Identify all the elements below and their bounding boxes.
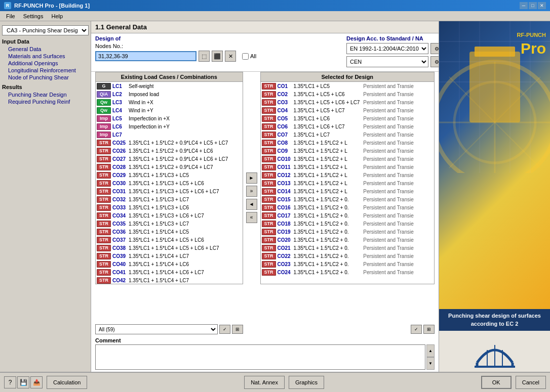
table-row[interactable]: STR CO22 1.35*LC1 + 1.5*LC2 + 0. Persist… [261, 252, 435, 260]
table-row[interactable]: STR CO21 1.35*LC1 + 1.5*LC2 + 0. Persist… [261, 244, 435, 252]
table-row[interactable]: STR CO31 1.35*LC1 + 1.5*LC3 + LC5 + LC6 … [96, 187, 243, 195]
ok-button[interactable]: OK [481, 376, 512, 389]
menu-file[interactable]: File [2, 12, 19, 20]
table-row[interactable]: STR CO9 1.35*LC1 + 1.5*LC2 + L Persisten… [261, 147, 435, 155]
menu-help[interactable]: Help [47, 12, 67, 20]
na-select[interactable]: CEN [346, 56, 428, 67]
table-row[interactable]: STR CO37 1.35*LC1 + 1.5*LC4 + LC5 + LC6 [96, 236, 243, 244]
sidebar-item-required-reinf[interactable]: Required Punching Reinf [0, 98, 91, 105]
nodes-edit-btn[interactable]: ⬛ [212, 51, 223, 62]
comment-scroll-up[interactable]: ▲ [426, 344, 435, 357]
table-row[interactable]: STR CO17 1.35*LC1 + 1.5*LC2 + 0. Persist… [261, 211, 435, 220]
sidebar-item-materials[interactable]: Materials and Surfaces [0, 53, 91, 60]
table-row[interactable]: STR CO28 1.35*LC1 + 1.5*LC2 + 0.9*LC4 + … [96, 163, 243, 171]
sidebar-item-general-data[interactable]: General Data [0, 46, 91, 53]
graphics-button[interactable]: Graphics [289, 376, 324, 389]
standard-select[interactable]: EN 1992-1-1:2004/AC:2010 [346, 43, 428, 54]
table-row[interactable]: Imp LC7 [96, 130, 243, 139]
all-checkbox[interactable] [242, 53, 249, 60]
table-row[interactable]: STR CO11 1.35*LC1 + 1.5*LC2 + L Persiste… [261, 163, 435, 171]
na-settings-btn[interactable]: ⚙ [430, 56, 439, 67]
cancel-button[interactable]: Cancel [516, 376, 546, 389]
table-row[interactable]: STR CO30 1.35*LC1 + 1.5*LC3 + LC5 + LC6 [96, 179, 243, 187]
table-row[interactable]: STR CO3 1.35*LC1 + LC5 + LC6 + LC7 Persi… [261, 98, 435, 106]
comment-scroll-down[interactable]: ▼ [426, 357, 435, 370]
table-row[interactable]: STR CO42 1.35*LC1 + 1.5*LC4 + LC7 [96, 276, 243, 284]
existing-lc-table[interactable]: G LC1 Self-weight QiA LC2 Imposed load Q… [95, 82, 243, 284]
table-row[interactable]: QiA LC2 Imposed load [96, 90, 243, 98]
table-row[interactable]: STR CO4 1.35*LC1 + LC5 + LC7 Persistent … [261, 106, 435, 114]
close-button[interactable]: ✕ [538, 2, 546, 9]
table-row[interactable]: STR CO24 1.35*LC1 + 1.5*LC2 + 0. Persist… [261, 268, 435, 276]
sel-grid-btn[interactable]: ⊞ [423, 325, 435, 334]
table-row[interactable]: STR CO26 1.35*LC1 + 1.5*LC2 + 0.9*LC4 + … [96, 147, 243, 155]
table-row[interactable]: STR CO34 1.35*LC1 + 1.5*LC3 + LC6 + LC7 [96, 211, 243, 220]
table-row[interactable]: STR CO14 1.35*LC1 + 1.5*LC2 + L Persiste… [261, 187, 435, 195]
table-row[interactable]: STR CO6 1.35*LC1 + LC6 + LC7 Persistent … [261, 122, 435, 130]
transfer-all-left-btn[interactable]: « [246, 212, 257, 223]
export-icon-btn[interactable]: 📤 [30, 376, 43, 388]
table-row[interactable]: STR CO15 1.35*LC1 + 1.5*LC2 + 0. Persist… [261, 195, 435, 203]
module-dropdown[interactable]: CA3 - Punching Shear Design [2, 25, 89, 35]
table-row[interactable]: STR CO25 1.35*LC1 + 1.5*LC2 + 0.9*LC4 + … [96, 139, 243, 147]
table-row[interactable]: STR CO32 1.35*LC1 + 1.5*LC3 + LC7 [96, 195, 243, 203]
nodes-input[interactable] [95, 51, 197, 61]
table-row[interactable]: Imp LC6 Imperfection in +Y [96, 122, 243, 130]
menu-settings[interactable]: Settings [19, 12, 48, 20]
table-row[interactable]: STR CO2 1.35*LC1 + LC5 + LC6 Persistent … [261, 90, 435, 98]
save-icon-btn[interactable]: 💾 [17, 376, 29, 388]
table-row[interactable]: STR CO7 1.35*LC1 + LC7 Persistent and Tr… [261, 130, 435, 139]
table-row[interactable]: STR CO33 1.35*LC1 + 1.5*LC3 + LC6 [96, 203, 243, 211]
nodes-select-btn[interactable]: ⬚ [199, 51, 210, 62]
table-row[interactable]: STR CO1 1.35*LC1 + LC5 Persistent and Tr… [261, 82, 435, 90]
filter-select[interactable]: All (59) [95, 324, 218, 334]
table-row[interactable]: STR CO16 1.35*LC1 + 1.5*LC2 + 0. Persist… [261, 203, 435, 211]
sidebar-item-punching-design[interactable]: Punching Shear Design [0, 91, 91, 98]
load-type: Persistent and Transie [363, 108, 433, 113]
table-row[interactable]: STR CO36 1.35*LC1 + 1.5*LC4 + LC5 [96, 228, 243, 236]
transfer-all-right-btn[interactable]: » [246, 186, 257, 197]
load-code: CO35 [112, 221, 129, 227]
load-code: CO8 [278, 140, 294, 146]
load-type: Persistent and Transie [363, 221, 433, 227]
table-row[interactable]: STR CO13 1.35*LC1 + 1.5*LC2 + L Persiste… [261, 179, 435, 187]
table-row[interactable]: STR CO39 1.35*LC1 + 1.5*LC4 + LC7 [96, 252, 243, 260]
sidebar-item-additional-openings[interactable]: Additional Openings [0, 60, 91, 67]
table-row[interactable]: Qw LC3 Wind in +X [96, 98, 243, 106]
table-row[interactable]: STR CO10 1.35*LC1 + 1.5*LC2 + L Persiste… [261, 155, 435, 163]
table-row[interactable]: Imp LC5 Imperfection in +X [96, 114, 243, 122]
sidebar-item-longitudinal[interactable]: Longitudinal Reinforcement [0, 67, 91, 74]
calculation-button[interactable]: Calculation [47, 376, 87, 389]
content-header: 1.1 General Data [91, 21, 439, 33]
table-row[interactable]: STR CO20 1.35*LC1 + 1.5*LC2 + 0. Persist… [261, 236, 435, 244]
table-row[interactable]: STR CO40 1.35*LC1 + 1.5*LC4 + LC6 [96, 260, 243, 268]
table-row[interactable]: STR CO29 1.35*LC1 + 1.5*LC3 + LC5 [96, 171, 243, 179]
nat-annex-button[interactable]: Nat. Annex [244, 376, 285, 389]
transfer-left-btn[interactable]: ◄ [246, 199, 257, 210]
table-row[interactable]: STR CO19 1.35*LC1 + 1.5*LC2 + 0. Persist… [261, 228, 435, 236]
table-row[interactable]: STR CO5 1.35*LC1 + LC6 Persistent and Tr… [261, 114, 435, 122]
transfer-right-btn[interactable]: ► [246, 172, 257, 184]
sidebar-item-node-punching[interactable]: Node of Punching Shear [0, 74, 91, 81]
standard-settings-btn[interactable]: ⚙ [430, 43, 439, 54]
table-row[interactable]: STR CO41 1.35*LC1 + 1.5*LC4 + LC6 + LC7 [96, 268, 243, 276]
table-row[interactable]: G LC1 Self-weight [96, 82, 243, 90]
table-row[interactable]: STR CO18 1.35*LC1 + 1.5*LC2 + 0. Persist… [261, 220, 435, 228]
comment-textarea[interactable] [95, 344, 425, 370]
nodes-clear-btn[interactable]: ✕ [225, 51, 236, 62]
maximize-button[interactable]: □ [529, 2, 537, 9]
table-row[interactable]: STR CO8 1.35*LC1 + 1.5*LC2 + L Persisten… [261, 139, 435, 147]
help-icon-btn[interactable]: ? [4, 376, 16, 388]
table-row[interactable]: Qw LC4 Wind in +Y [96, 106, 243, 114]
minimize-button[interactable]: ─ [520, 2, 528, 9]
filter-grid-btn[interactable]: ⊞ [232, 325, 243, 334]
table-row[interactable]: STR CO23 1.35*LC1 + 1.5*LC2 + 0. Persist… [261, 260, 435, 268]
table-row[interactable]: STR CO27 1.35*LC1 + 1.5*LC2 + 0.9*LC4 + … [96, 155, 243, 163]
selected-lc-table[interactable]: STR CO1 1.35*LC1 + LC5 Persistent and Tr… [260, 82, 435, 284]
filter-check-btn[interactable]: ✓ [219, 325, 230, 334]
sel-check-btn[interactable]: ✓ [411, 325, 422, 334]
table-row[interactable]: STR CO38 1.35*LC1 + 1.5*LC4 + LC5 + LC6 … [96, 244, 243, 252]
table-row[interactable]: STR CO35 1.35*LC1 + 1.5*LC3 + LC7 [96, 220, 243, 228]
load-code: CO3 [278, 100, 294, 105]
table-row[interactable]: STR CO12 1.35*LC1 + 1.5*LC2 + L Persiste… [261, 171, 435, 179]
